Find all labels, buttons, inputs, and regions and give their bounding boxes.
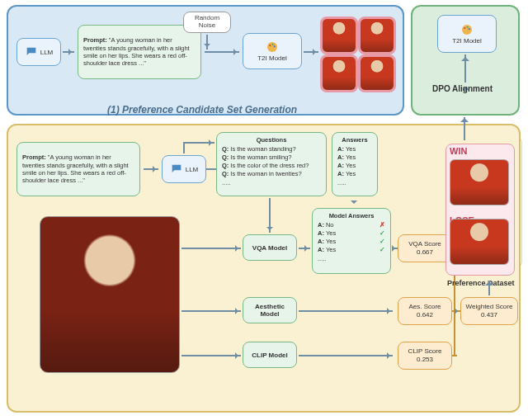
panel-dpo: T2I Model DPO Alignment (3) (411, 5, 520, 116)
connector (452, 355, 457, 356)
svg-point-2 (272, 44, 274, 45)
arrow-dataset-to-dpo-head (460, 114, 469, 122)
vqa-score-label: VQA Score (408, 240, 441, 248)
prompt-label: Prompt: (22, 153, 46, 161)
answers-box: Answers A:Yes A:Yes A:Yes A:Yes ..... (332, 132, 378, 196)
clip-score-box: CLIP Score 0.253 (398, 342, 452, 370)
svg-point-4 (462, 25, 472, 35)
arrow (304, 51, 318, 53)
arrow (63, 51, 74, 53)
vqa-score-box: VQA Score 0.667 (398, 234, 452, 262)
arrow (455, 310, 460, 312)
vqa-model-box: VQA Model (243, 234, 297, 261)
aes-score-label: Aes. Score (408, 303, 441, 311)
palette-icon (460, 23, 474, 36)
candidate-image (322, 56, 356, 91)
arrow (299, 248, 310, 249)
svg-point-5 (464, 27, 465, 29)
arrow (205, 51, 239, 53)
lose-image (450, 219, 509, 265)
win-image (450, 159, 509, 205)
candidate-image (322, 18, 356, 53)
arrow (299, 355, 393, 356)
aes-score-value: 0.642 (417, 311, 433, 319)
svg-point-1 (269, 45, 271, 46)
arrow (206, 35, 208, 50)
llm-label: LLM (186, 166, 199, 173)
svg-point-7 (469, 28, 470, 30)
arrow (182, 248, 241, 249)
clip-model-box: CLIP Model (243, 342, 297, 368)
model-answers-box: Model Answers A:No✗ A:Yes✓ A:Yes✓ A:Yes✓… (312, 208, 391, 274)
palette-icon (266, 40, 279, 54)
check-icon: ✓ (380, 229, 385, 238)
questions-box: Questions Q:Is the woman standing? Q:Is … (216, 132, 327, 196)
aesthetic-model-box: Aesthetic Model (243, 297, 297, 323)
arrow (182, 355, 241, 356)
llm-node-1: LLM (16, 38, 61, 66)
t2i-model-3: T2I Model (437, 15, 497, 53)
prompt-box-1: Prompt: "A young woman in her twenties s… (78, 25, 201, 79)
win-label: WIN (450, 146, 467, 156)
aesthetic-model-label: Aesthetic Model (247, 303, 293, 318)
vqa-model-label: VQA Model (252, 244, 287, 252)
weighted-score-label: Weighted Score (466, 303, 513, 311)
preference-dataset-box: WIN LOSE (446, 144, 515, 276)
aes-score-box: Aes. Score 0.642 (398, 297, 452, 325)
t2i-label: T2I Model (257, 54, 287, 62)
spacer (353, 198, 355, 206)
weighted-score-value: 0.437 (481, 311, 497, 319)
panel-candidate-generation: LLM Prompt: "A young woman in her twenti… (7, 5, 404, 116)
check-icon: ✓ (380, 246, 385, 254)
arrow (269, 198, 271, 233)
arrow (299, 310, 393, 312)
candidate-image (360, 56, 394, 91)
svg-point-6 (467, 26, 469, 28)
model-answers-title: Model Answers (318, 212, 385, 219)
arrow (144, 168, 158, 170)
svg-point-3 (274, 45, 276, 47)
panel1-caption: (1) Preference Candidate Set Generation (107, 104, 297, 116)
preference-dataset-label: Preference Dataset (447, 279, 515, 287)
svg-point-0 (267, 42, 277, 52)
dpo-alignment-label: DPO Alignment (432, 84, 493, 93)
t2i-model-1: T2I Model (243, 33, 302, 69)
questions-title: Questions (222, 136, 321, 144)
prompt-box-2: Prompt: "A young woman in her twenties s… (16, 142, 140, 196)
random-noise-label: Random Noise (187, 15, 227, 30)
vqa-score-value: 0.667 (417, 248, 433, 257)
arrow (182, 310, 241, 312)
weighted-score-box: Weighted Score 0.437 (460, 297, 518, 325)
clip-score-value: 0.253 (417, 356, 433, 364)
check-icon: ✓ (380, 238, 385, 246)
chat-icon (170, 163, 183, 176)
candidate-image (360, 18, 394, 53)
random-noise-box: Random Noise (183, 12, 231, 33)
chat-icon (25, 45, 38, 59)
answers-title: Answers (337, 136, 372, 144)
llm-node-2: LLM (162, 155, 206, 183)
arrow-up-head (485, 277, 493, 286)
panel-pair-construction: Prompt: "A young woman in her twenties s… (7, 124, 521, 413)
cross-icon: ✗ (380, 221, 385, 229)
arrow (183, 142, 214, 144)
clip-score-label: CLIP Score (408, 347, 442, 356)
clip-model-label: CLIP Model (252, 352, 287, 359)
candidate-image-large (40, 216, 180, 373)
prompt-label: Prompt: (83, 36, 107, 44)
t2i-label: T2I Model (452, 37, 482, 45)
arrow-up-head (461, 53, 469, 61)
llm-label: LLM (40, 49, 54, 56)
connector (183, 142, 185, 153)
